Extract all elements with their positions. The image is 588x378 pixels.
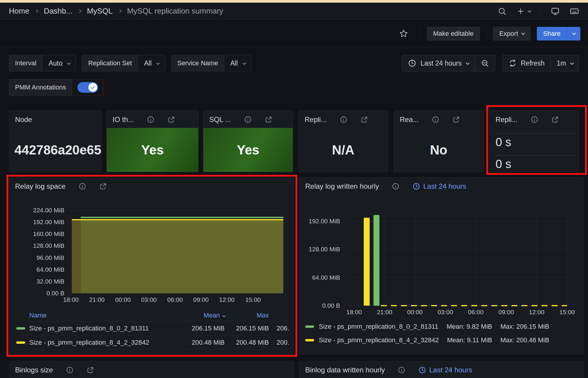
clock-icon bbox=[418, 366, 426, 374]
x-axis: 18:0021:0000:0003:0006:0009:0012:0015:00 bbox=[347, 309, 567, 317]
y-axis: 224.00 MiB192.00 MiB160.00 MiB128.00 MiB… bbox=[9, 210, 71, 293]
make-editable-button[interactable]: Make editable bbox=[427, 27, 480, 40]
service-name-value: All bbox=[230, 59, 238, 67]
external-link-icon[interactable] bbox=[87, 366, 94, 374]
x-tick-label: 15:00 bbox=[245, 296, 261, 303]
panel-title: SQL ... bbox=[209, 115, 231, 124]
x-axis: 18:0021:0000:0003:0006:0009:0012:0015:00 bbox=[71, 296, 283, 304]
share-dropdown-button[interactable] bbox=[567, 27, 580, 40]
stat-value-area: 442786a20e65 bbox=[9, 128, 102, 172]
gridline bbox=[537, 210, 537, 306]
series-name[interactable]: Size - ps_pmm_replication_8_4_2_32842 bbox=[319, 336, 439, 344]
add-button[interactable] bbox=[516, 7, 530, 15]
keyboard-icon[interactable] bbox=[570, 6, 579, 16]
info-icon[interactable] bbox=[398, 366, 405, 374]
share-button-group: Share bbox=[537, 27, 580, 40]
info-icon[interactable] bbox=[531, 116, 538, 123]
export-button[interactable]: Export bbox=[493, 27, 531, 40]
info-icon[interactable] bbox=[244, 116, 252, 123]
time-range-button[interactable]: Last 24 hours bbox=[402, 55, 474, 71]
time-range-picker: Last 24 hours bbox=[402, 55, 495, 71]
pmm-annotations-toggle[interactable] bbox=[77, 82, 98, 93]
series-name[interactable]: Size - ps_pmm_replication_8_4_2_32842 bbox=[29, 339, 174, 346]
panel-relay-log-written-hourly: Relay log written hourly Last 24 hours 1… bbox=[299, 177, 584, 354]
star-icon[interactable] bbox=[399, 29, 408, 38]
zero-value-dashed-line bbox=[381, 305, 567, 306]
external-link-icon[interactable] bbox=[265, 116, 272, 123]
info-icon[interactable] bbox=[432, 116, 439, 123]
external-link-icon[interactable] bbox=[551, 116, 559, 123]
refresh-interval-select[interactable]: 1m bbox=[550, 55, 579, 71]
info-icon[interactable] bbox=[66, 366, 74, 374]
refresh-button[interactable]: Refresh bbox=[503, 55, 551, 71]
grafana-dashboard: Home Dashb... MySQL MySQL replication su… bbox=[0, 0, 588, 378]
info-icon[interactable] bbox=[340, 116, 347, 123]
chevron-down-icon bbox=[522, 31, 525, 35]
service-name-select[interactable]: All bbox=[224, 55, 251, 71]
legend-row[interactable]: Size - ps_pmm_replication_8_0_2_81311 Me… bbox=[305, 320, 581, 333]
external-link-icon[interactable] bbox=[452, 116, 460, 123]
panel-header: Repli... bbox=[490, 111, 579, 128]
series-swatch-green bbox=[305, 325, 314, 328]
breadcrumb-current: MySQL replication summary bbox=[127, 6, 223, 16]
replication-set-value: All bbox=[144, 59, 152, 67]
pmm-annotations-toggle-wrap bbox=[72, 79, 103, 95]
bar[interactable] bbox=[373, 215, 379, 306]
info-icon[interactable] bbox=[147, 116, 155, 123]
interval-select[interactable]: Auto bbox=[43, 55, 76, 71]
time-range-value: Last 24 hours bbox=[420, 59, 462, 67]
panel-time-range-label: Last 24 hours bbox=[429, 366, 472, 374]
y-tick-label: 96.00 MiB bbox=[36, 254, 64, 261]
series-area[interactable] bbox=[72, 219, 283, 294]
stat-value: Yes bbox=[141, 143, 164, 157]
bar[interactable] bbox=[364, 218, 370, 306]
y-tick-label: 0.00 B bbox=[322, 302, 340, 309]
stat-value: 0 s bbox=[496, 157, 511, 171]
external-link-icon[interactable] bbox=[360, 116, 368, 123]
replication-set-label: Replication Set bbox=[82, 55, 138, 71]
series-max: 200.48 MiB bbox=[225, 339, 269, 346]
gridline bbox=[506, 210, 506, 306]
stat-value: N/A bbox=[332, 143, 355, 157]
series-mean: 206.15 MiB bbox=[174, 325, 225, 332]
stat-value-area: N/A bbox=[299, 128, 388, 172]
breadcrumb-dashboards[interactable]: Dashb... bbox=[44, 6, 72, 16]
gridline bbox=[384, 210, 385, 306]
toggle-knob bbox=[88, 83, 97, 92]
check-icon bbox=[90, 85, 95, 90]
series-name[interactable]: Size - ps_pmm_replication_8_0_2_81311 bbox=[29, 325, 174, 332]
legend-inline: Size - ps_pmm_replication_8_0_2_81311 Me… bbox=[305, 320, 581, 347]
plot-area[interactable] bbox=[71, 210, 283, 293]
plot-area[interactable] bbox=[347, 210, 567, 306]
breadcrumb-home[interactable]: Home bbox=[9, 6, 29, 16]
panel-title: Rea... bbox=[400, 115, 419, 124]
replication-set-select[interactable]: All bbox=[138, 55, 165, 71]
gridline bbox=[71, 293, 283, 294]
gridline bbox=[347, 221, 567, 221]
gridline bbox=[347, 278, 567, 278]
legend-row[interactable]: Size - ps_pmm_replication_8_4_2_32842 20… bbox=[16, 335, 289, 350]
zoom-out-button[interactable] bbox=[475, 55, 495, 71]
external-link-icon[interactable] bbox=[168, 116, 175, 123]
series-name[interactable]: Size - ps_pmm_replication_8_0_2_81311 bbox=[319, 323, 438, 330]
stat-divider bbox=[496, 133, 576, 134]
pmm-annotations-control: PMM Annotations bbox=[9, 79, 104, 96]
breadcrumb-mysql[interactable]: MySQL bbox=[87, 6, 113, 16]
legend-header-name[interactable]: Name bbox=[16, 312, 174, 319]
y-tick-label: 32.00 MiB bbox=[36, 278, 64, 285]
legend-header-mean[interactable]: Mean bbox=[174, 312, 225, 319]
chevron-down-icon bbox=[242, 61, 246, 65]
legend-row[interactable]: Size - ps_pmm_replication_8_0_2_81311 20… bbox=[16, 321, 289, 335]
stat-value: No bbox=[430, 143, 447, 157]
stat-value: Yes bbox=[237, 143, 259, 157]
panel-time-range[interactable]: Last 24 hours bbox=[418, 366, 472, 374]
share-button[interactable]: Share bbox=[537, 27, 567, 40]
search-icon[interactable] bbox=[498, 7, 506, 16]
x-tick-label: 06:00 bbox=[167, 296, 183, 303]
monitor-icon[interactable] bbox=[551, 7, 560, 16]
interval-value: Auto bbox=[48, 59, 62, 67]
legend-header-max[interactable]: Max bbox=[225, 312, 269, 319]
chevron-down-icon bbox=[466, 61, 470, 65]
legend-row[interactable]: Size - ps_pmm_replication_8_4_2_32842 Me… bbox=[305, 333, 581, 347]
stat-value-area: No bbox=[394, 128, 483, 172]
